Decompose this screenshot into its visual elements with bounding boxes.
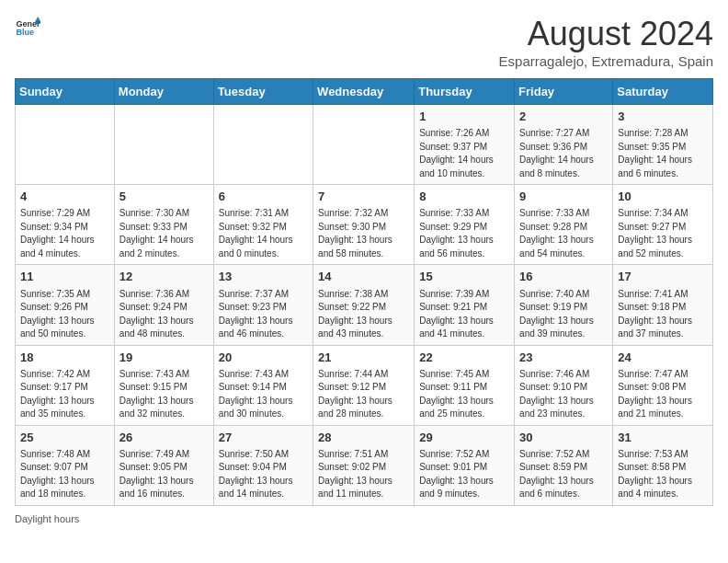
calendar-cell: 30Sunrise: 7:52 AMSunset: 8:59 PMDayligh… — [515, 425, 613, 505]
calendar-cell: 31Sunrise: 7:53 AMSunset: 8:58 PMDayligh… — [613, 425, 713, 505]
day-number: 20 — [219, 350, 308, 366]
day-number: 31 — [618, 430, 708, 446]
calendar-cell — [16, 105, 115, 185]
calendar-cell: 26Sunrise: 7:49 AMSunset: 9:05 PMDayligh… — [114, 425, 213, 505]
cell-content: Sunrise: 7:33 AMSunset: 9:28 PMDaylight:… — [519, 207, 608, 260]
day-number: 6 — [219, 189, 308, 205]
week-row-2: 11Sunrise: 7:35 AMSunset: 9:26 PMDayligh… — [16, 265, 713, 345]
day-number: 4 — [20, 189, 109, 205]
day-header-friday: Friday — [515, 79, 613, 105]
day-number: 1 — [419, 109, 509, 125]
calendar-cell: 14Sunrise: 7:38 AMSunset: 9:22 PMDayligh… — [313, 265, 415, 345]
day-number: 21 — [318, 350, 409, 366]
calendar-cell: 7Sunrise: 7:32 AMSunset: 9:30 PMDaylight… — [313, 185, 415, 265]
cell-content: Sunrise: 7:36 AMSunset: 9:24 PMDaylight:… — [119, 288, 209, 341]
footer-note: Daylight hours — [15, 513, 713, 524]
day-number: 19 — [119, 350, 209, 366]
day-number: 8 — [419, 189, 509, 205]
day-number: 5 — [119, 189, 209, 205]
cell-content: Sunrise: 7:41 AMSunset: 9:18 PMDaylight:… — [618, 288, 708, 341]
day-number: 9 — [519, 189, 608, 205]
cell-content: Sunrise: 7:46 AMSunset: 9:10 PMDaylight:… — [519, 368, 608, 421]
cell-content: Sunrise: 7:38 AMSunset: 9:22 PMDaylight:… — [318, 288, 409, 341]
cell-content: Sunrise: 7:43 AMSunset: 9:14 PMDaylight:… — [219, 368, 308, 421]
day-number: 2 — [519, 109, 608, 125]
calendar-cell: 20Sunrise: 7:43 AMSunset: 9:14 PMDayligh… — [213, 345, 313, 425]
calendar-cell: 6Sunrise: 7:31 AMSunset: 9:32 PMDaylight… — [213, 185, 313, 265]
day-number: 18 — [20, 350, 109, 366]
calendar-cell: 28Sunrise: 7:51 AMSunset: 9:02 PMDayligh… — [313, 425, 415, 505]
calendar-cell — [114, 105, 213, 185]
day-header-sunday: Sunday — [16, 79, 115, 105]
calendar-header: SundayMondayTuesdayWednesdayThursdayFrid… — [16, 79, 713, 105]
calendar-cell: 5Sunrise: 7:30 AMSunset: 9:33 PMDaylight… — [114, 185, 213, 265]
cell-content: Sunrise: 7:26 AMSunset: 9:37 PMDaylight:… — [419, 127, 509, 180]
week-row-4: 25Sunrise: 7:48 AMSunset: 9:07 PMDayligh… — [16, 425, 713, 505]
day-header-monday: Monday — [114, 79, 213, 105]
calendar-cell: 8Sunrise: 7:33 AMSunset: 9:29 PMDaylight… — [415, 185, 515, 265]
calendar-cell: 23Sunrise: 7:46 AMSunset: 9:10 PMDayligh… — [515, 345, 613, 425]
logo-icon: General Blue — [15, 15, 40, 40]
subtitle: Esparragalejo, Extremadura, Spain — [499, 53, 713, 69]
calendar-cell: 9Sunrise: 7:33 AMSunset: 9:28 PMDaylight… — [515, 185, 613, 265]
day-number: 14 — [318, 269, 409, 285]
cell-content: Sunrise: 7:53 AMSunset: 8:58 PMDaylight:… — [618, 448, 708, 501]
calendar-cell: 1Sunrise: 7:26 AMSunset: 9:37 PMDaylight… — [415, 105, 515, 185]
calendar-cell: 11Sunrise: 7:35 AMSunset: 9:26 PMDayligh… — [16, 265, 115, 345]
day-number: 24 — [618, 350, 708, 366]
calendar-cell: 13Sunrise: 7:37 AMSunset: 9:23 PMDayligh… — [213, 265, 313, 345]
day-number: 16 — [519, 269, 608, 285]
cell-content: Sunrise: 7:50 AMSunset: 9:04 PMDaylight:… — [219, 448, 308, 501]
day-header-tuesday: Tuesday — [213, 79, 313, 105]
day-number: 17 — [618, 269, 708, 285]
calendar-cell: 21Sunrise: 7:44 AMSunset: 9:12 PMDayligh… — [313, 345, 415, 425]
calendar-cell: 29Sunrise: 7:52 AMSunset: 9:01 PMDayligh… — [415, 425, 515, 505]
day-number: 12 — [119, 269, 209, 285]
cell-content: Sunrise: 7:37 AMSunset: 9:23 PMDaylight:… — [219, 288, 308, 341]
day-number: 13 — [219, 269, 308, 285]
day-number: 22 — [419, 350, 509, 366]
day-number: 27 — [219, 430, 308, 446]
calendar-cell: 16Sunrise: 7:40 AMSunset: 9:19 PMDayligh… — [515, 265, 613, 345]
cell-content: Sunrise: 7:29 AMSunset: 9:34 PMDaylight:… — [20, 207, 109, 260]
cell-content: Sunrise: 7:49 AMSunset: 9:05 PMDaylight:… — [119, 448, 209, 501]
calendar-cell: 24Sunrise: 7:47 AMSunset: 9:08 PMDayligh… — [613, 345, 713, 425]
cell-content: Sunrise: 7:32 AMSunset: 9:30 PMDaylight:… — [318, 207, 409, 260]
calendar-cell: 15Sunrise: 7:39 AMSunset: 9:21 PMDayligh… — [415, 265, 515, 345]
day-number: 15 — [419, 269, 509, 285]
cell-content: Sunrise: 7:51 AMSunset: 9:02 PMDaylight:… — [318, 448, 409, 501]
calendar-cell: 4Sunrise: 7:29 AMSunset: 9:34 PMDaylight… — [16, 185, 115, 265]
calendar-cell: 17Sunrise: 7:41 AMSunset: 9:18 PMDayligh… — [613, 265, 713, 345]
title-area: August 2024 Esparragalejo, Extremadura, … — [499, 15, 713, 69]
calendar-cell: 18Sunrise: 7:42 AMSunset: 9:17 PMDayligh… — [16, 345, 115, 425]
calendar-table: SundayMondayTuesdayWednesdayThursdayFrid… — [15, 78, 713, 506]
cell-content: Sunrise: 7:43 AMSunset: 9:15 PMDaylight:… — [119, 368, 209, 421]
day-number: 28 — [318, 430, 409, 446]
cell-content: Sunrise: 7:48 AMSunset: 9:07 PMDaylight:… — [20, 448, 109, 501]
cell-content: Sunrise: 7:47 AMSunset: 9:08 PMDaylight:… — [618, 368, 708, 421]
calendar-cell — [213, 105, 313, 185]
day-header-wednesday: Wednesday — [313, 79, 415, 105]
cell-content: Sunrise: 7:52 AMSunset: 8:59 PMDaylight:… — [519, 448, 608, 501]
day-number: 10 — [618, 189, 708, 205]
calendar-cell: 3Sunrise: 7:28 AMSunset: 9:35 PMDaylight… — [613, 105, 713, 185]
cell-content: Sunrise: 7:31 AMSunset: 9:32 PMDaylight:… — [219, 207, 308, 260]
week-row-3: 18Sunrise: 7:42 AMSunset: 9:17 PMDayligh… — [16, 345, 713, 425]
day-header-thursday: Thursday — [415, 79, 515, 105]
cell-content: Sunrise: 7:40 AMSunset: 9:19 PMDaylight:… — [519, 288, 608, 341]
cell-content: Sunrise: 7:28 AMSunset: 9:35 PMDaylight:… — [618, 127, 708, 180]
calendar-cell: 2Sunrise: 7:27 AMSunset: 9:36 PMDaylight… — [515, 105, 613, 185]
main-title: August 2024 — [499, 15, 713, 53]
day-number: 29 — [419, 430, 509, 446]
cell-content: Sunrise: 7:30 AMSunset: 9:33 PMDaylight:… — [119, 207, 209, 260]
calendar-cell: 27Sunrise: 7:50 AMSunset: 9:04 PMDayligh… — [213, 425, 313, 505]
calendar-cell: 19Sunrise: 7:43 AMSunset: 9:15 PMDayligh… — [114, 345, 213, 425]
header: General Blue August 2024 Esparragalejo, … — [15, 15, 713, 69]
calendar-cell: 25Sunrise: 7:48 AMSunset: 9:07 PMDayligh… — [16, 425, 115, 505]
calendar-cell: 10Sunrise: 7:34 AMSunset: 9:27 PMDayligh… — [613, 185, 713, 265]
cell-content: Sunrise: 7:33 AMSunset: 9:29 PMDaylight:… — [419, 207, 509, 260]
cell-content: Sunrise: 7:45 AMSunset: 9:11 PMDaylight:… — [419, 368, 509, 421]
week-row-1: 4Sunrise: 7:29 AMSunset: 9:34 PMDaylight… — [16, 185, 713, 265]
logo: General Blue — [15, 15, 40, 40]
calendar-cell: 22Sunrise: 7:45 AMSunset: 9:11 PMDayligh… — [415, 345, 515, 425]
